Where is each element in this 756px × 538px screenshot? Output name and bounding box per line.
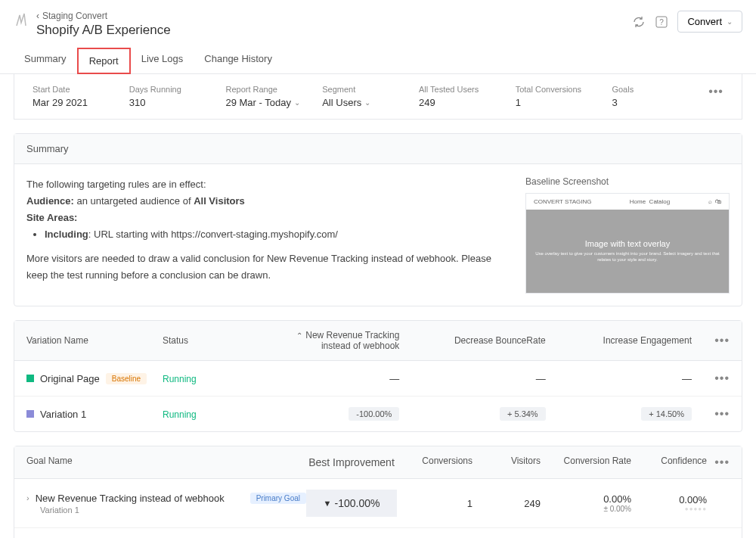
baseline-badge: Baseline — [106, 373, 147, 384]
col-conversions[interactable]: Conversions — [397, 456, 472, 469]
convert-button-label: Convert — [687, 16, 722, 27]
metric-value: — — [268, 373, 414, 384]
page-title: Shopify A/B Experience — [36, 23, 171, 38]
metric-value: -100.00% — [268, 407, 414, 421]
triangle-down-icon: ▼ — [324, 499, 332, 508]
baseline-screenshot: Baseline Screenshot CONVERT STAGING Home… — [525, 176, 730, 294]
stat-start-date: Start Date Mar 29 2021 — [33, 85, 129, 108]
status-text: Running — [163, 374, 197, 384]
tab-live-logs[interactable]: Live Logs — [131, 47, 194, 73]
confidence-value: 0.00%●●●●● — [631, 494, 707, 512]
breadcrumb-text: Staging Convert — [42, 11, 107, 21]
best-improvement: ▼-100.00% — [306, 490, 397, 517]
tab-change-history[interactable]: Change History — [194, 47, 283, 73]
metric-value: + 14.50% — [561, 407, 707, 421]
chevron-left-icon: ‹ — [36, 11, 39, 21]
tab-summary[interactable]: Summary — [14, 47, 77, 73]
variation-name: Original Page — [40, 373, 100, 384]
stat-report-range[interactable]: Report Range 29 Mar - Today⌄ — [225, 85, 322, 108]
col-variation-name[interactable]: Variation Name — [26, 335, 163, 346]
app-logo-icon — [14, 11, 29, 29]
help-icon[interactable]: ? — [655, 15, 668, 29]
chevron-down-icon: ⌄ — [364, 98, 370, 107]
chevron-right-icon[interactable]: › — [26, 493, 29, 502]
refresh-icon[interactable] — [632, 15, 646, 29]
col-confidence[interactable]: Confidence — [631, 456, 707, 469]
row-more-icon[interactable]: ••• — [707, 407, 730, 421]
metric-value: — — [561, 373, 707, 384]
col-status[interactable]: Status — [163, 335, 268, 346]
col-metric-bounce[interactable]: Decrease BounceRate — [414, 335, 560, 346]
visitors-value: 249 — [472, 498, 541, 509]
stat-tested-users: All Tested Users 249 — [419, 85, 516, 108]
col-visitors[interactable]: Visitors — [472, 456, 541, 469]
breadcrumb[interactable]: ‹ Staging Convert — [36, 11, 171, 21]
color-swatch — [26, 410, 34, 418]
col-metric-revenue[interactable]: ⌃New Revenue Tracking instead of webhook — [268, 330, 414, 351]
conversions-value: 1 — [397, 498, 472, 509]
tab-bar: Summary Report Live Logs Change History — [0, 47, 756, 74]
search-cart-icons: ⌕ 🛍 — [708, 198, 721, 205]
screenshot-preview[interactable]: CONVERT STAGING Home Catalog ⌕ 🛍 Image w… — [525, 193, 730, 294]
col-conversion-rate[interactable]: Conversion Rate — [541, 456, 631, 469]
sort-asc-icon: ⌃ — [296, 331, 302, 340]
variations-more-icon[interactable]: ••• — [707, 334, 730, 347]
stat-total-conversions: Total Conversions 1 — [516, 85, 612, 108]
tab-report[interactable]: Report — [77, 48, 131, 74]
svg-text:?: ? — [660, 18, 665, 26]
chevron-down-icon: ⌄ — [294, 98, 300, 107]
stats-more-icon[interactable]: ••• — [708, 85, 723, 98]
confidence-dots-icon: ●●●●● — [631, 505, 707, 512]
table-row: › New Revenue Tracking instead of webhoo… — [14, 479, 742, 528]
conversion-rate-value: 0.00%± 0.00% — [541, 493, 631, 513]
col-best-improvement[interactable]: Best Improvement — [306, 456, 397, 469]
table-row: Variation 1 Running -100.00% + 5.34% + 1… — [14, 397, 742, 431]
summary-panel-title: Summary — [14, 134, 742, 164]
color-swatch — [26, 375, 34, 382]
stat-goals: Goals 3 — [612, 85, 708, 108]
status-text: Running — [163, 409, 197, 420]
summary-text: The following targeting rules are in eff… — [26, 176, 507, 294]
metric-value: + 5.34% — [414, 407, 560, 421]
goal-name: New Revenue Tracking instead of webhook — [36, 493, 225, 504]
stat-days-running: Days Running 310 — [129, 85, 226, 108]
goal-badge: Primary Goal — [250, 493, 306, 504]
col-metric-engagement[interactable]: Increase Engagement — [561, 335, 707, 346]
goals-more-icon[interactable]: ••• — [707, 456, 730, 469]
stats-bar: Start Date Mar 29 2021 Days Running 310 … — [14, 74, 742, 120]
variation-name: Variation 1 — [40, 409, 86, 420]
goals-table: Goal Name Best Improvement Conversions V… — [14, 446, 742, 538]
convert-button[interactable]: Convert ⌄ — [677, 11, 742, 33]
summary-panel: Summary The following targeting rules ar… — [14, 133, 742, 306]
variations-table: Variation Name Status ⌃New Revenue Track… — [14, 320, 742, 432]
table-row: › Decrease BounceRate Default Goal Varia… — [14, 528, 742, 538]
stat-segment[interactable]: Segment All Users⌄ — [322, 85, 419, 108]
row-more-icon[interactable]: ••• — [707, 372, 730, 385]
chevron-down-icon: ⌄ — [727, 17, 733, 26]
goal-sub: Variation 1 — [40, 505, 306, 515]
metric-value: — — [414, 373, 560, 384]
table-row: Original PageBaseline Running — — — ••• — [14, 361, 742, 397]
col-goal-name[interactable]: Goal Name — [26, 456, 306, 469]
